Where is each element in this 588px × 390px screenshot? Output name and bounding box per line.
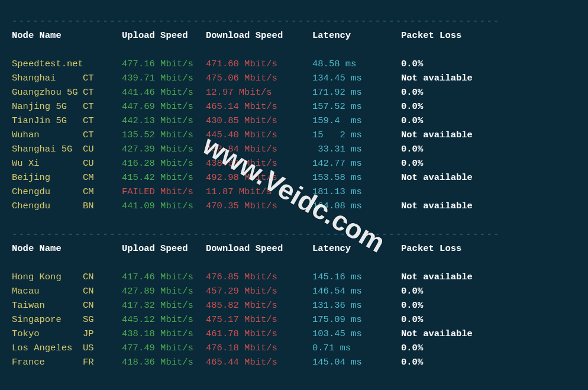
- cell-download: 476.18 Mbit/s: [206, 341, 312, 355]
- divider: ----------------------------------------…: [12, 229, 500, 240]
- cell-download: 457.29 Mbit/s: [206, 284, 312, 298]
- table-row: TianJin 5GCT442.13 Mbit/s430.85 Mbit/s15…: [12, 114, 576, 128]
- cell-cc: CU: [83, 156, 122, 170]
- table-row: BeijingCM415.42 Mbit/s492.98 Mbit/s153.5…: [12, 170, 576, 185]
- table-row: Nanjing 5GCT447.69 Mbit/s465.14 Mbit/s15…: [12, 99, 576, 114]
- table-row: SingaporeSG445.12 Mbit/s475.17 Mbit/s175…: [12, 312, 576, 327]
- cell-cc: US: [83, 341, 122, 355]
- cell-latency: 181.13 ms: [312, 185, 401, 199]
- table-row: MacauCN427.89 Mbit/s457.29 Mbit/s146.54 …: [12, 284, 576, 298]
- cell-node: Tokyo: [12, 327, 83, 341]
- cell-latency: 0.71 ms: [312, 341, 401, 355]
- cell-node: Wu Xi: [12, 156, 83, 170]
- cell-cc: CM: [83, 185, 122, 199]
- cell-node: TianJin 5G: [12, 114, 83, 128]
- cell-latency: 157.52 ms: [312, 99, 401, 114]
- cell-loss: 0.0%: [401, 312, 423, 327]
- table-row: Speedtest.net477.16 Mbit/s471.60 Mbit/s4…: [12, 57, 576, 71]
- cell-download: 485.82 Mbit/s: [206, 298, 312, 312]
- cell-upload: 427.89 Mbit/s: [122, 284, 206, 298]
- cell-loss: 0.0%: [401, 156, 423, 170]
- cell-cc: CN: [83, 284, 122, 298]
- cell-cc: CN: [83, 298, 122, 312]
- cell-upload: 442.13 Mbit/s: [122, 114, 206, 128]
- cell-cc: CN: [83, 270, 122, 284]
- cell-latency: 145.04 ms: [312, 355, 401, 369]
- col-upload: Upload Speed: [122, 241, 206, 256]
- cell-node: Hong Kong: [12, 270, 83, 284]
- cell-node: Guangzhou 5G: [12, 85, 83, 99]
- cell-upload: 416.28 Mbit/s: [122, 156, 206, 170]
- cell-loss: 0.0%: [401, 85, 423, 99]
- cell-latency: 159.4 ms: [312, 114, 401, 128]
- cell-latency: 146.54 ms: [312, 284, 401, 298]
- cell-upload: 445.12 Mbit/s: [122, 312, 206, 327]
- table-row: TokyoJP438.18 Mbit/s461.78 Mbit/s103.45 …: [12, 327, 576, 341]
- cell-node: Shanghai: [12, 71, 83, 85]
- cell-download: 445.40 Mbit/s: [206, 128, 312, 142]
- cell-latency: 33.31 ms: [312, 142, 401, 156]
- cell-cc: BN: [83, 199, 122, 213]
- cell-loss: Not available: [401, 199, 473, 213]
- table-header: Node NameUpload SpeedDownload SpeedLaten…: [12, 241, 576, 256]
- cell-upload: FAILED Mbit/s: [122, 185, 206, 199]
- cell-loss: 0.0%: [401, 99, 423, 114]
- cell-latency: 153.58 ms: [312, 170, 401, 185]
- cell-download: 476.85 Mbit/s: [206, 270, 312, 284]
- cell-node: Speedtest.net: [12, 57, 83, 71]
- table-row: Guangzhou 5GCT441.46 Mbit/s12.97 Mbit/s1…: [12, 85, 576, 99]
- cell-cc: CT: [83, 128, 122, 142]
- table-row: ChengduCMFAILED Mbit/s11.87 Mbit/s181.13…: [12, 185, 576, 199]
- cell-latency: 175.09 ms: [312, 312, 401, 327]
- cell-download: 430.85 Mbit/s: [206, 114, 312, 128]
- cell-download: 11.87 Mbit/s: [206, 185, 312, 199]
- cell-node: Los Angeles: [12, 341, 83, 355]
- cell-cc: CT: [83, 71, 122, 85]
- col-latency: Latency: [312, 28, 401, 43]
- cell-upload: 427.39 Mbit/s: [122, 142, 206, 156]
- cell-upload: 418.36 Mbit/s: [122, 355, 206, 369]
- col-download: Download Speed: [206, 28, 312, 43]
- table-row: Shanghai 5GCU427.39 Mbit/s433.84 Mbit/s …: [12, 142, 576, 156]
- cell-latency: 15 2 ms: [312, 128, 401, 142]
- divider: ----------------------------------------…: [12, 385, 500, 390]
- cell-node: Chengdu: [12, 199, 83, 213]
- cell-loss: 0.0%: [401, 284, 423, 298]
- cell-upload: 135.52 Mbit/s: [122, 128, 206, 142]
- cell-cc: FR: [83, 355, 122, 369]
- cell-upload: 417.46 Mbit/s: [122, 270, 206, 284]
- cell-upload: 477.49 Mbit/s: [122, 341, 206, 355]
- cell-loss: 0.0%: [401, 341, 423, 355]
- col-loss: Packet Loss: [401, 28, 461, 43]
- cell-latency: 145.16 ms: [312, 270, 401, 284]
- cell-download: 475.17 Mbit/s: [206, 312, 312, 327]
- table-header: Node NameUpload SpeedDownload SpeedLaten…: [12, 28, 576, 43]
- cell-download: 461.78 Mbit/s: [206, 327, 312, 341]
- col-download: Download Speed: [206, 241, 312, 256]
- cell-cc: CM: [83, 170, 122, 185]
- table-row: WuhanCT135.52 Mbit/s445.40 Mbit/s15 2 ms…: [12, 128, 576, 142]
- cell-loss: 0.0%: [401, 57, 423, 71]
- cell-cc: CT: [83, 85, 122, 99]
- cell-upload: 441.09 Mbit/s: [122, 199, 206, 213]
- cell-cc: CU: [83, 142, 122, 156]
- cell-loss: Not available: [401, 128, 473, 142]
- cell-node: France: [12, 355, 83, 369]
- cell-cc: CT: [83, 114, 122, 128]
- cell-latency: 131.36 ms: [312, 298, 401, 312]
- cell-latency: 134.45 ms: [312, 71, 401, 85]
- table-row: Los AngelesUS477.49 Mbit/s476.18 Mbit/s0…: [12, 341, 576, 355]
- cell-latency: 164.08 ms: [312, 199, 401, 213]
- cell-node: Shanghai 5G: [12, 142, 83, 156]
- cell-download: 470.35 Mbit/s: [206, 199, 312, 213]
- table-row: ChengduBN441.09 Mbit/s470.35 Mbit/s164.0…: [12, 199, 576, 213]
- cell-loss: 0.0%: [401, 114, 423, 128]
- results-group-1: Speedtest.net477.16 Mbit/s471.60 Mbit/s4…: [12, 57, 576, 213]
- cell-cc: SG: [83, 312, 122, 327]
- cell-cc: CT: [83, 99, 122, 114]
- cell-node: Singapore: [12, 312, 83, 327]
- cell-upload: 415.42 Mbit/s: [122, 170, 206, 185]
- cell-download: 438.99 Mbit/s: [206, 156, 312, 170]
- cell-latency: 48.58 ms: [312, 57, 401, 71]
- cell-node: Macau: [12, 284, 83, 298]
